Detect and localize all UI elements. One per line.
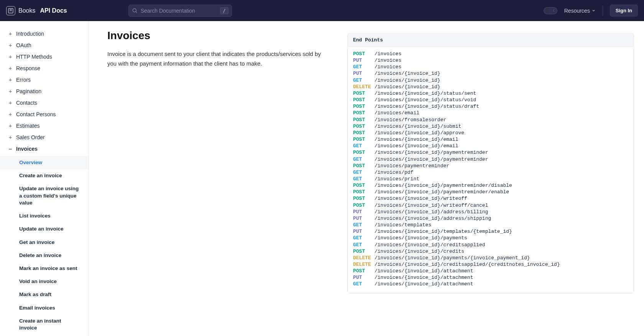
sidebar-item[interactable]: +Pagination xyxy=(0,86,89,97)
endpoint-row[interactable]: GET/invoices/{invoice_id}/creditsapplied xyxy=(353,242,628,248)
sidebar-subitem[interactable]: Update an invoice using a custom field's… xyxy=(0,182,89,209)
sidebar-subitem[interactable]: Submit an invoice for approval xyxy=(0,334,89,336)
endpoint-row[interactable]: GET/invoices/pdf xyxy=(353,169,628,176)
sidebar-subitem[interactable]: Delete an invoice xyxy=(0,249,89,262)
endpoint-row[interactable]: GET/invoices/print xyxy=(353,176,628,182)
sidebar-subitem[interactable]: Void an invoice xyxy=(0,275,89,288)
endpoint-row[interactable]: POST/invoices/{invoice_id}/status/sent xyxy=(353,90,628,97)
endpoint-row[interactable]: POST/invoices xyxy=(353,51,628,57)
brand-logo[interactable]: Books API Docs xyxy=(6,6,67,15)
sidebar-item[interactable]: +Errors xyxy=(0,74,89,86)
endpoint-method: POST xyxy=(353,268,371,274)
endpoint-row[interactable]: POST/invoices/{invoice_id}/attachment xyxy=(353,268,628,274)
sidebar-subitem[interactable]: List invoices xyxy=(0,209,89,222)
plus-icon: + xyxy=(8,100,12,105)
endpoint-row[interactable]: DELETE/invoices/{invoice_id}/payments/{i… xyxy=(353,255,628,261)
endpoint-row[interactable]: POST/invoices/email xyxy=(353,110,628,116)
endpoint-row[interactable]: POST/invoices/{invoice_id}/writeoff/canc… xyxy=(353,202,628,209)
endpoint-method: GET xyxy=(353,64,371,70)
search-box[interactable]: / xyxy=(128,5,232,17)
endpoint-method: GET xyxy=(353,176,371,182)
endpoint-row[interactable]: POST/invoices/{invoice_id}/paymentremind… xyxy=(353,149,628,156)
endpoint-row[interactable]: GET/invoices/{invoice_id}/attachment xyxy=(353,281,628,287)
sidebar-subitem[interactable]: Mark as draft xyxy=(0,288,89,301)
endpoint-row[interactable]: POST/invoices/paymentreminder xyxy=(353,163,628,169)
endpoint-row[interactable]: DELETE/invoices/{invoice_id}/creditsappl… xyxy=(353,261,628,268)
endpoint-row[interactable]: PUT/invoices/{invoice_id}/address/shippi… xyxy=(353,215,628,222)
endpoint-row[interactable]: POST/invoices/{invoice_id}/approve xyxy=(353,130,628,136)
brand-suffix: API Docs xyxy=(40,7,67,14)
endpoint-row[interactable]: PUT/invoices/{invoice_id}/templates/{tem… xyxy=(353,228,628,235)
page-description: Invoice is a document sent to your clien… xyxy=(107,49,330,69)
sidebar-item[interactable]: −Invoices xyxy=(0,143,89,155)
endpoint-method: POST xyxy=(353,149,371,156)
endpoint-row[interactable]: GET/invoices/{invoice_id}/payments xyxy=(353,235,628,241)
sidebar-item[interactable]: +Introduction xyxy=(0,28,89,40)
resources-dropdown[interactable]: Resources xyxy=(564,8,596,14)
endpoint-row[interactable]: POST/invoices/{invoice_id}/paymentremind… xyxy=(353,182,628,189)
sidebar-subitem[interactable]: Overview xyxy=(0,156,89,169)
endpoint-method: PUT xyxy=(353,209,371,215)
sidebar-item[interactable]: +Estimates xyxy=(0,120,89,132)
endpoint-row[interactable]: POST/invoices/{invoice_id}/status/void xyxy=(353,97,628,103)
endpoint-row[interactable]: POST/invoices/{invoice_id}/submit xyxy=(353,123,628,130)
theme-toggle[interactable]: ☀ ☾ xyxy=(544,7,557,14)
sign-in-button[interactable]: Sign In xyxy=(610,5,638,16)
endpoint-row[interactable]: DELETE/invoices/{invoice_id} xyxy=(353,84,628,90)
endpoint-row[interactable]: POST/invoices/{invoice_id}/paymentremind… xyxy=(353,189,628,195)
endpoint-path: /invoices/{invoice_id}/attachment xyxy=(375,268,473,274)
sidebar-subitem[interactable]: Create an instant invoice xyxy=(0,315,89,334)
header-bar: Books API Docs / ☀ ☾ Resources Sign In xyxy=(0,0,644,21)
endpoint-row[interactable]: GET/invoices/{invoice_id}/paymentreminde… xyxy=(353,156,628,163)
search-input[interactable] xyxy=(141,8,217,14)
endpoint-method: PUT xyxy=(353,57,371,64)
endpoint-path: /invoices/{invoice_id}/status/draft xyxy=(375,103,479,110)
sidebar-subitem[interactable]: Mark an invoice as sent xyxy=(0,262,89,275)
endpoint-path: /invoices/{invoice_id}/approve xyxy=(375,130,464,136)
endpoint-path: /invoices/{invoice_id}/templates/{templa… xyxy=(375,228,512,235)
endpoint-row[interactable]: PUT/invoices/{invoice_id} xyxy=(353,70,628,77)
sidebar-subitem[interactable]: Email invoices xyxy=(0,301,89,315)
sidebar-item-label: Pagination xyxy=(16,88,41,94)
sidebar-item[interactable]: +Contact Persons xyxy=(0,109,89,120)
endpoint-row[interactable]: PUT/invoices/{invoice_id}/address/billin… xyxy=(353,209,628,215)
endpoint-path: /invoices/fromsalesorder xyxy=(375,117,446,123)
sidebar-subitem[interactable]: Get an invoice xyxy=(0,236,89,249)
plus-icon: + xyxy=(8,135,12,140)
page-layout: +Introduction+OAuth+HTTP Methods+Respons… xyxy=(0,21,644,336)
sidebar-subitem[interactable]: Update an invoice xyxy=(0,222,89,236)
sidebar-item[interactable]: +HTTP Methods xyxy=(0,51,89,63)
content-column: Invoices Invoice is a document sent to y… xyxy=(107,30,330,69)
endpoint-row[interactable]: GET/invoices/{invoice_id}/email xyxy=(353,143,628,149)
endpoint-row[interactable]: POST/invoices/fromsalesorder xyxy=(353,117,628,123)
endpoint-path: /invoices/{invoice_id}/paymentreminder/d… xyxy=(375,182,512,189)
sidebar-item[interactable]: +Sales Order xyxy=(0,132,89,143)
endpoint-row[interactable]: GET/invoices xyxy=(353,64,628,70)
sidebar-item[interactable]: +Response xyxy=(0,63,89,74)
endpoint-row[interactable]: GET/invoices/{invoice_id} xyxy=(353,77,628,84)
divider xyxy=(603,5,603,16)
plus-icon: + xyxy=(8,31,12,36)
endpoint-row[interactable]: POST/invoices/{invoice_id}/email xyxy=(353,136,628,143)
endpoint-row[interactable]: POST/invoices/{invoice_id}/writeoff xyxy=(353,195,628,202)
endpoint-method: POST xyxy=(353,51,371,57)
endpoint-path: /invoices/{invoice_id}/address/shipping xyxy=(375,215,491,222)
sidebar-item[interactable]: +Contacts xyxy=(0,97,89,109)
endpoint-method: DELETE xyxy=(353,84,371,90)
sidebar-item-label: Sales Order xyxy=(16,134,45,140)
endpoint-path: /invoices xyxy=(375,51,401,57)
endpoint-method: GET xyxy=(353,235,371,241)
sidebar[interactable]: +Introduction+OAuth+HTTP Methods+Respons… xyxy=(0,21,89,336)
endpoints-heading: End Points xyxy=(348,34,634,47)
sidebar-item-label: Invoices xyxy=(16,146,38,152)
endpoint-path: /invoices/{invoice_id}/email xyxy=(375,143,458,149)
endpoint-row[interactable]: POST/invoices/{invoice_id}/status/draft xyxy=(353,103,628,110)
header-right: ☀ ☾ Resources Sign In xyxy=(544,5,638,16)
sidebar-subitem[interactable]: Create an invoice xyxy=(0,169,89,182)
endpoint-row[interactable]: POST/invoices/{invoice_id}/credits xyxy=(353,248,628,255)
endpoint-row[interactable]: GET/invoices/templates xyxy=(353,222,628,228)
sidebar-item[interactable]: +OAuth xyxy=(0,40,89,51)
endpoint-path: /invoices/{invoice_id} xyxy=(375,77,440,84)
endpoint-row[interactable]: PUT/invoices xyxy=(353,57,628,64)
endpoint-row[interactable]: PUT/invoices/{invoice_id}/attachment xyxy=(353,274,628,281)
